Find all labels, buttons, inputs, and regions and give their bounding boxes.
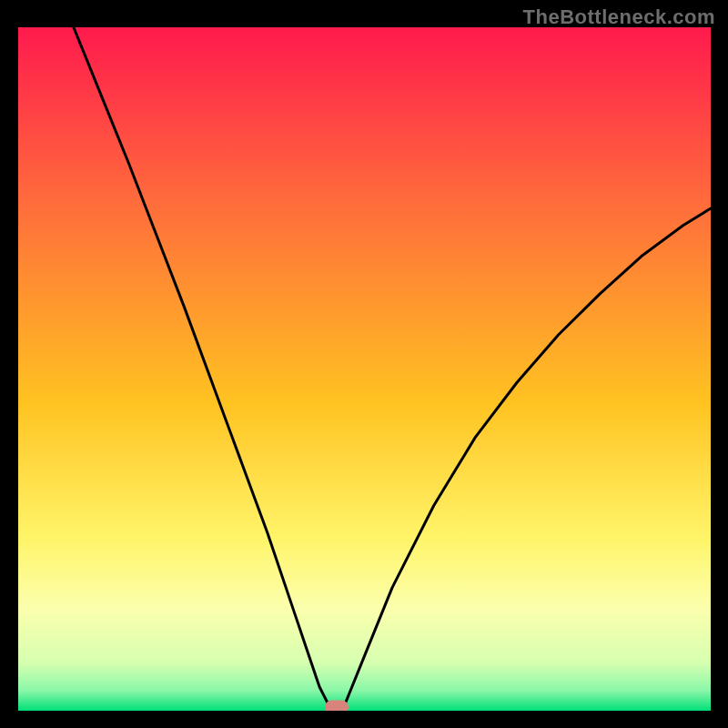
plot-area — [18, 27, 711, 711]
optimal-point-marker — [325, 701, 349, 711]
chart-svg — [18, 27, 711, 711]
chart-frame: TheBottleneck.com — [0, 0, 728, 728]
watermark-label: TheBottleneck.com — [523, 5, 715, 29]
gradient-background — [18, 27, 711, 711]
